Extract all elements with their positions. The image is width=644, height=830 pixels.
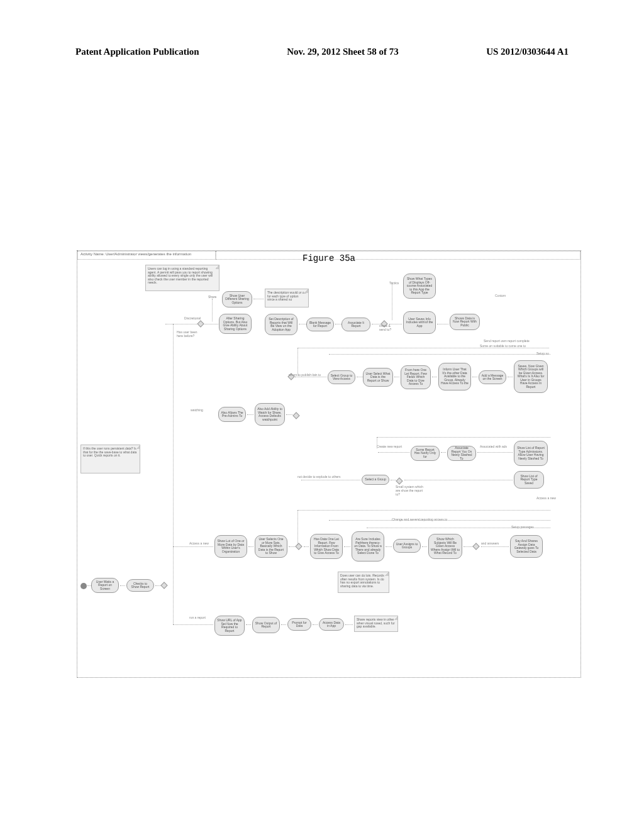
decision-6 [295, 543, 302, 550]
conn-access-row: Access a new [189, 541, 209, 545]
node-report-notify: Some Report Has Notify Only for [411, 446, 440, 461]
node-set-description: Set Description of Reports that Will Be … [265, 314, 297, 335]
decision-4 [292, 412, 299, 419]
node-also-add: Also Add Ability to Watch for Share, Acc… [255, 403, 285, 426]
node-from-here: From here One Let Report. Few Fields Whi… [401, 365, 431, 389]
decision-8 [160, 582, 167, 589]
page-header: Patent Application Publication Nov. 29, … [0, 47, 644, 57]
node-user-select-data: User Select What Data is the Report or S… [363, 368, 393, 387]
header-right: US 2012/0303644 A1 [486, 47, 569, 57]
node-are-sure: Are Sure Includes Pathhere therecy-on Da… [352, 531, 384, 562]
conn-small-system: Small system which are show the report t… [396, 485, 425, 496]
node-display-types: Show What Types of Displays Off-course A… [403, 274, 436, 299]
node-select-group: Select Group to View Access [328, 370, 355, 384]
conn-explode: not decide to explode to others [297, 475, 340, 479]
conn-setup: Setup.so [536, 351, 549, 355]
start-circle [80, 583, 87, 589]
node-select-group2: Select a Group [362, 475, 389, 485]
conn-watching: watching [191, 408, 203, 412]
node-also-allows: Also Allows The Pre-Admins To [218, 407, 246, 422]
node-show-list-saved: Show List of Report Type Saved [514, 471, 544, 489]
note-description: The description would or on for each typ… [265, 289, 309, 307]
figure-title: Figure 35a [303, 253, 355, 263]
node-user-saves: User Saves Info Includes with/of the App [403, 311, 436, 334]
node-after-sharing: After Sharing Options. But Also Give Abi… [219, 314, 252, 334]
conn-send-own: Send report own report complete [484, 339, 530, 343]
conn-custom: Custom [495, 294, 506, 297]
note-bottom: Share reports view in other when visual … [354, 616, 398, 632]
conn-discretional: Discretional [184, 316, 201, 320]
note-middle: Does user can do lots. Records often res… [338, 572, 389, 593]
node-associate-report: Associate Report You On Newly Slashed To [447, 446, 476, 461]
node-user-waits: User Waits a Report on Screen [91, 578, 119, 593]
note-side: If this the user runs persistent data? I… [80, 445, 140, 473]
node-say-and: Say And Shares Assign Data Gateway goes … [510, 535, 543, 558]
node-shows-data: Shows Data is Now Report With Public [450, 314, 480, 330]
note-top: Users can log in using a standard report… [145, 265, 219, 291]
node-associate: Associate It Report [341, 318, 370, 331]
node-show-lot: Show Lot of One or More Data by Data Wit… [214, 535, 247, 558]
conn-change-several: Change and several reporting access to [392, 517, 447, 521]
swimlane-label: Activity Name: User/Administrator views/… [77, 251, 216, 260]
node-assigns-groups: User Assigns to Groups [393, 539, 421, 553]
conn-setup-passages: Setup passages [511, 525, 534, 529]
node-blank-msg: Blank Message for Report [306, 318, 334, 331]
conn-create-new: Create new report [377, 445, 402, 448]
conn-has-user: Has user been here before? [177, 330, 199, 338]
header-left: Patent Application Publication [75, 47, 199, 57]
conn-assocated: Assocated with ads [480, 445, 507, 448]
conn-tactics: Tactics [389, 281, 399, 285]
node-checks-show: Checks to Show Report [126, 579, 154, 592]
node-show-which: Show Which Subjects Will Be Given Access… [428, 534, 462, 559]
conn-run-report: run a report [189, 616, 206, 619]
node-show-url: Show URL of App Set Now the Required to … [214, 616, 245, 636]
conn-and-answers: and answers [481, 541, 499, 545]
node-add-msg: Add a Message on the Screen [479, 370, 506, 384]
node-show-list-reports: Show List of Report Type Admissions. All… [514, 441, 548, 466]
node-inform-user: Inform User That It's the other Data Ava… [438, 363, 471, 390]
node-access-data: Access Data in App [319, 618, 344, 631]
node-sharing-options: Show User Different Sharing Options [222, 291, 252, 307]
decision-7 [472, 543, 479, 550]
node-show-output: Show Output of Report [252, 617, 280, 633]
node-user-selects-sets: User Selects One or More Sets, Basically… [255, 535, 287, 558]
header-center: Nov. 29, 2012 Sheet 58 of 73 [287, 47, 399, 57]
conn-access-new: Access a new [536, 496, 556, 500]
node-saves-now: Saves, Now Given Which Groups will be Gi… [514, 360, 548, 393]
node-has-data: Has Data One Let Report. Few Information… [310, 534, 343, 559]
conn-check-send: check & send to? [379, 324, 397, 331]
decision-5 [396, 477, 402, 484]
node-prompt-data: Prompt for Data [287, 618, 311, 631]
figure-diagram: Activity Name: User/Administrator views/… [77, 250, 581, 678]
